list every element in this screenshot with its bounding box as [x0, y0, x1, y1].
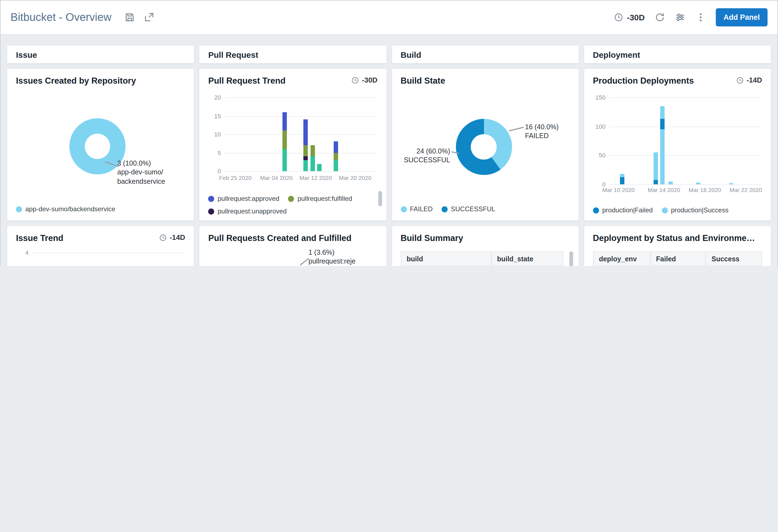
top-bar: Bitbucket - Overview -30D Add Panel [1, 1, 777, 35]
bar[interactable] [311, 97, 315, 171]
bar[interactable] [620, 97, 624, 184]
column-header[interactable]: Success [706, 252, 762, 266]
legend-item[interactable]: production|Success [662, 206, 728, 214]
bar-segment [696, 183, 700, 184]
kebab-menu-icon[interactable] [695, 12, 706, 22]
gridline [225, 153, 377, 153]
legend-item[interactable]: pullrequest:approved [209, 195, 280, 202]
legend-item[interactable]: app-dev-sumo/backendservice [16, 205, 115, 213]
legend-item[interactable]: production|Failed [593, 206, 653, 214]
legend-label: FAILED [410, 205, 433, 213]
x-axis: Mar 10 2020Mar 14 2020Mar 18 2020Mar 22 … [610, 186, 761, 194]
bar-segment [304, 156, 308, 160]
save-icon[interactable] [125, 12, 135, 22]
bar[interactable] [317, 97, 322, 171]
deployment-status-table: deploy_envFailedSuccessproduction66142st… [593, 251, 762, 266]
column-header[interactable]: Failed [650, 252, 706, 266]
legend-swatch-icon [209, 196, 215, 202]
callout-line [300, 258, 309, 265]
section-header-build: Build [392, 46, 579, 63]
panel-build-state: Build State 24 (60.0%) SUCCESSFUL 16 (40… [392, 69, 579, 220]
add-panel-button[interactable]: Add Panel [716, 8, 768, 26]
donut-callout-failed: 16 (40.0%) FAILED [525, 123, 577, 141]
export-icon[interactable] [144, 12, 154, 22]
panel-time-range-label: -14D [747, 76, 762, 84]
legend-scrollbar[interactable] [378, 191, 382, 206]
table-header-row: buildbuild_state [401, 251, 563, 266]
bar[interactable] [304, 97, 308, 171]
panel-pull-request-trend: Pull Request Trend -30D 20151050 Feb 25 … [200, 69, 387, 220]
dashboard-title: Bitbucket - Overview [10, 11, 111, 24]
gridline [225, 97, 377, 98]
chart-legend: app-dev-sumo/backendservice [16, 205, 185, 213]
legend-item[interactable]: FAILED [401, 205, 433, 213]
x-axis-tick: Feb 25 2020 [219, 174, 252, 181]
bar[interactable] [90, 253, 115, 266]
bar-segment [729, 183, 733, 184]
panel-title: Deployment by Status and Environme… [593, 233, 755, 243]
panel-time-range[interactable]: -14D [159, 233, 185, 242]
bar-segment [283, 131, 287, 149]
legend-swatch-icon [16, 206, 22, 212]
panel-issue-trend: Issue Trend -14D _count 420 Mar 08 2020M… [7, 226, 194, 266]
time-range-control[interactable]: -30D [614, 13, 645, 22]
column-header[interactable]: deploy_env [594, 252, 651, 266]
panel-title: Build Summary [401, 233, 463, 243]
donut-callout-successful: 24 (60.0%) SUCCESSFUL [394, 147, 450, 165]
legend-item[interactable]: pullrequest:fulfilled [288, 195, 353, 202]
legend-swatch-icon [593, 207, 599, 213]
table-scrollbar-thumb[interactable] [569, 251, 573, 266]
clock-icon [736, 76, 744, 84]
y-axis-tick: 50 [599, 152, 606, 159]
dashboard-app: Bitbucket - Overview -30D Add Panel [0, 0, 778, 266]
legend-label: app-dev-sumo/backendservice [25, 205, 115, 213]
y-axis-tick: 100 [596, 123, 606, 129]
x-axis-tick: Mar 12 2020 [300, 174, 332, 181]
y-axis-tick: 10 [214, 131, 221, 138]
legend-swatch-icon [442, 206, 448, 212]
column-header[interactable]: build [401, 252, 491, 266]
column-header[interactable]: build_state [491, 252, 562, 266]
panel-issues-created-by-repository: Issues Created by Repository 3 (100.0%) … [7, 69, 194, 220]
y-axis-tick: 150 [596, 94, 606, 101]
bar-segment [283, 149, 287, 171]
panel-time-range[interactable]: -30D [352, 76, 377, 84]
bar[interactable] [283, 97, 287, 171]
bar[interactable] [660, 97, 665, 184]
legend-item[interactable]: SUCCESSFUL [442, 205, 495, 213]
bar[interactable] [334, 97, 338, 171]
legend-label: pullrequest:fulfilled [298, 195, 353, 202]
x-axis-tick: Mar 14 2020 [648, 186, 680, 193]
gridline [610, 184, 761, 185]
build-summary-table: buildbuild_statePipeline #160 for master… [401, 251, 563, 266]
bar[interactable] [696, 97, 700, 184]
time-range-label: -30D [627, 13, 645, 22]
legend-swatch-icon [401, 206, 407, 212]
bar[interactable] [653, 97, 658, 184]
bar[interactable] [729, 97, 733, 184]
y-axis-tick: 5 [218, 149, 221, 156]
bar-segment [660, 129, 665, 184]
clock-icon [614, 13, 624, 22]
donut-callout-rejected: 1 (3.6%) pullrequest:reje cted [309, 248, 375, 266]
bar[interactable] [669, 97, 673, 184]
gridline [610, 156, 761, 156]
refresh-icon[interactable] [655, 12, 665, 22]
legend-item[interactable]: pullrequest:unapproved [209, 207, 287, 215]
legend-label: SUCCESSFUL [451, 205, 495, 213]
bar-segment [620, 174, 624, 177]
panel-time-range[interactable]: -14D [736, 76, 762, 84]
section-header-deployment: Deployment [584, 46, 771, 63]
gridline [610, 126, 761, 127]
clock-icon [159, 234, 167, 241]
donut-chart[interactable] [456, 119, 512, 175]
gridline [610, 97, 761, 98]
filter-settings-icon[interactable] [675, 12, 686, 22]
bar-segment [304, 160, 308, 171]
chart-plot: 150100500 [610, 97, 761, 184]
panel-title: Issues Created by Repository [16, 76, 136, 86]
table-scrollbar[interactable] [569, 251, 573, 266]
bar-segment [653, 180, 658, 184]
panel-title: Build State [401, 76, 445, 86]
clock-icon [352, 76, 359, 84]
